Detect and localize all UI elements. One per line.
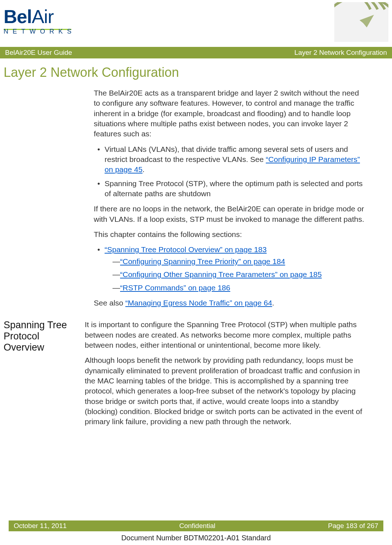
document-page: BelAir NETWORKS BelAir20E User Guide Lay… xyxy=(0,0,392,545)
intro-paragraph-3: This chapter contains the following sect… xyxy=(94,229,367,239)
link-stp-overview[interactable]: “Spanning Tree Protocol Overview” on pag… xyxy=(105,245,267,254)
footer-bar: October 11, 2011 Confidential Page 183 o… xyxy=(9,520,383,531)
intro-block: The BelAir20E acts as a transparent brid… xyxy=(94,88,367,308)
toc-sublist: —“Configuring Spanning Tree Priority” on… xyxy=(105,256,367,293)
link-stp-priority[interactable]: “Configuring Spanning Tree Priority” on … xyxy=(120,257,285,265)
belair-logo: BelAir NETWORKS xyxy=(4,6,76,35)
section1-paragraph-2: Although loops benefit the network by pr… xyxy=(85,355,367,427)
footer-date: October 11, 2011 xyxy=(14,522,67,530)
logo-word-bold: Bel xyxy=(4,6,32,27)
feature-item-stp: Spanning Tree Protocol (STP), where the … xyxy=(105,179,367,199)
header-right: Layer 2 Network Configuration xyxy=(294,49,387,57)
link-managing-egress[interactable]: “Managing Egress Node Traffic” on page 6… xyxy=(125,299,272,307)
toc-item-stp-overview: “Spanning Tree Protocol Overview” on pag… xyxy=(105,245,367,293)
section1-paragraph-1: It is important to configure the Spannin… xyxy=(85,320,367,350)
logo-subtitle: NETWORKS xyxy=(4,28,76,35)
feature-list: Virtual LANs (VLANs), that divide traffi… xyxy=(94,144,367,199)
footer-page: Page 183 of 267 xyxy=(328,522,378,530)
header-left: BelAir20E User Guide xyxy=(5,49,72,57)
see-also-pre: See also xyxy=(94,299,125,307)
see-also-post: . xyxy=(272,299,274,307)
section-heading: Spanning Tree Protocol Overview xyxy=(0,320,85,353)
intro-paragraph-2: If there are no loops in the network, th… xyxy=(94,204,367,224)
intro-paragraph-1: The BelAir20E acts as a transparent brid… xyxy=(94,88,367,139)
toc-sub-priority: —“Configuring Spanning Tree Priority” on… xyxy=(113,256,367,267)
page-title: Layer 2 Network Configuration xyxy=(4,65,392,80)
decorative-arc-icon xyxy=(334,2,388,42)
see-also: See also “Managing Egress Node Traffic” … xyxy=(94,298,367,308)
footer-document-number: Document Number BDTM02201-A01 Standard xyxy=(0,534,392,542)
header-bar: BelAir20E User Guide Layer 2 Network Con… xyxy=(0,47,392,58)
toc-sub-rstp: —“RSTP Commands” on page 186 xyxy=(113,283,367,293)
footer-confidential: Confidential xyxy=(179,522,215,530)
link-stp-other-params[interactable]: “Configuring Other Spanning Tree Paramet… xyxy=(120,270,322,278)
section-body: It is important to configure the Spannin… xyxy=(85,320,367,432)
feature-item-vlan: Virtual LANs (VLANs), that divide traffi… xyxy=(105,144,367,175)
logo-word-light: Air xyxy=(32,6,54,27)
top-logo-row: BelAir NETWORKS xyxy=(0,0,392,47)
toc-list: “Spanning Tree Protocol Overview” on pag… xyxy=(94,245,367,293)
toc-sub-other-params: —“Configuring Other Spanning Tree Parame… xyxy=(113,269,367,280)
link-rstp-commands[interactable]: “RSTP Commands” on page 186 xyxy=(120,284,230,292)
section-stp-overview: Spanning Tree Protocol Overview It is im… xyxy=(0,320,392,432)
feature-vlan-text-post: . xyxy=(142,165,145,173)
